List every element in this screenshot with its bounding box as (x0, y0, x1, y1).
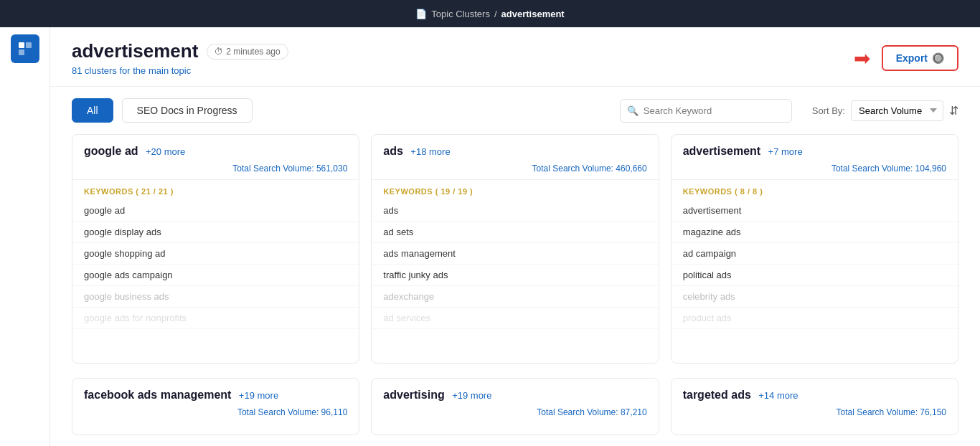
page-title-area: advertisement ⏱ 2 minutes ago (72, 40, 288, 62)
sort-order-button[interactable]: ⇵ (949, 104, 958, 118)
clock-icon: ⏱ (215, 47, 223, 57)
breadcrumb-topic-clusters[interactable]: Topic Clusters (431, 9, 490, 19)
card-header: advertisement +7 more (672, 135, 958, 162)
keyword-item: traffic junky ads (372, 265, 658, 286)
main-content: advertisement ⏱ 2 minutes ago 81 cluster… (50, 27, 980, 446)
filter-seo-docs-button[interactable]: SEO Docs in Progress (122, 98, 253, 123)
breadcrumb-separator: / (494, 9, 497, 19)
keywords-label: KEYWORDS ( 19 / 19 ) (372, 180, 658, 200)
keyword-item: political ads (672, 265, 958, 286)
keywords-label: KEYWORDS ( 21 / 21 ) (72, 180, 359, 200)
sort-by-label: Sort By: (812, 105, 845, 116)
export-label: Export (896, 52, 928, 64)
keyword-item: magazine ads (672, 222, 958, 243)
export-icon: 🔘 (932, 52, 944, 64)
card-header: google ad +20 more (72, 135, 359, 162)
cards-grid: google ad +20 more Total Search Volume: … (50, 134, 980, 378)
bottom-card-facebook: facebook ads management +19 more Total S… (72, 378, 359, 435)
keyword-item-very-faded: google ads for nonprofits (72, 308, 359, 329)
page-title: advertisement (72, 40, 198, 62)
filter-all-button[interactable]: All (72, 98, 113, 123)
card-title: facebook ads management +19 more (84, 389, 278, 402)
card-header: advertising +19 more (372, 379, 658, 406)
keyword-item: google display ads (72, 222, 359, 243)
time-badge: ⏱ 2 minutes ago (207, 44, 288, 60)
keyword-item: ad sets (372, 222, 658, 243)
app-logo[interactable] (11, 34, 39, 63)
search-icon: 🔍 (627, 105, 639, 116)
keyword-list: ads ad sets ads management traffic junky… (372, 200, 658, 329)
keyword-item-faded: adexchange (372, 286, 658, 308)
card-volume: Total Search Volume: 76,150 (672, 406, 958, 423)
cluster-card-advertisement: advertisement +7 more Total Search Volum… (671, 134, 958, 364)
keyword-list: google ad google display ads google shop… (72, 200, 359, 329)
bottom-card-targeted-ads: targeted ads +14 more Total Search Volum… (671, 378, 958, 435)
svg-rect-0 (19, 42, 24, 48)
sort-select[interactable]: Search Volume (851, 100, 943, 121)
keyword-item-faded: celebrity ads (672, 286, 958, 308)
card-volume: Total Search Volume: 104,960 (672, 162, 958, 179)
breadcrumb-current: advertisement (501, 9, 565, 19)
card-title: google ad +20 more (84, 145, 185, 158)
page-header: advertisement ⏱ 2 minutes ago 81 cluster… (50, 27, 980, 87)
keyword-item-faded: google business ads (72, 286, 359, 308)
svg-rect-2 (26, 42, 32, 48)
header-left: advertisement ⏱ 2 minutes ago 81 cluster… (72, 40, 288, 76)
keyword-item: google shopping ad (72, 243, 359, 265)
bottom-cards-grid: facebook ads management +19 more Total S… (50, 378, 980, 446)
keyword-item-very-faded: ad services (372, 308, 658, 329)
card-volume: Total Search Volume: 561,030 (72, 162, 359, 179)
keyword-item: ad campaign (672, 243, 958, 265)
card-volume: Total Search Volume: 87,210 (372, 406, 658, 423)
keyword-list: advertisement magazine ads ad campaign p… (672, 200, 958, 329)
card-title: advertisement +7 more (683, 145, 803, 158)
keyword-item: ads management (372, 243, 658, 265)
card-header: ads +18 more (372, 135, 658, 162)
card-volume: Total Search Volume: 460,660 (372, 162, 658, 179)
top-bar: 📄 Topic Clusters / advertisement (0, 0, 980, 27)
search-input[interactable] (620, 99, 792, 123)
keywords-label: KEYWORDS ( 8 / 8 ) (672, 180, 958, 200)
clusters-subtitle: 81 clusters for the main topic (72, 65, 288, 76)
cluster-card-ads: ads +18 more Total Search Volume: 460,66… (371, 134, 659, 364)
document-icon: 📄 (415, 9, 427, 19)
keyword-item: google ads campaign (72, 265, 359, 286)
time-label: 2 minutes ago (226, 47, 280, 57)
card-header: targeted ads +14 more (672, 379, 958, 406)
keyword-item-very-faded: product ads (672, 308, 958, 329)
sidebar (0, 27, 50, 446)
keyword-item: google ad (72, 200, 359, 222)
cluster-card-google-ad: google ad +20 more Total Search Volume: … (72, 134, 359, 364)
card-header: facebook ads management +19 more (72, 379, 359, 406)
card-title: targeted ads +14 more (683, 389, 798, 402)
export-area: ➡ Export 🔘 (854, 45, 958, 71)
export-button[interactable]: Export 🔘 (882, 45, 958, 71)
card-volume: Total Search Volume: 96,110 (72, 406, 359, 423)
keyword-item: ads (372, 200, 658, 222)
bottom-card-advertising: advertising +19 more Total Search Volume… (371, 378, 659, 435)
keyword-item: advertisement (672, 200, 958, 222)
filter-bar: All SEO Docs in Progress 🔍 Sort By: Sear… (50, 87, 980, 134)
arrow-indicator: ➡ (854, 47, 870, 70)
search-bar-wrap: 🔍 (620, 99, 792, 123)
sort-area: Sort By: Search Volume ⇵ (812, 100, 958, 121)
svg-rect-1 (19, 49, 24, 55)
card-title: ads +18 more (383, 145, 450, 158)
card-title: advertising +19 more (383, 389, 491, 402)
